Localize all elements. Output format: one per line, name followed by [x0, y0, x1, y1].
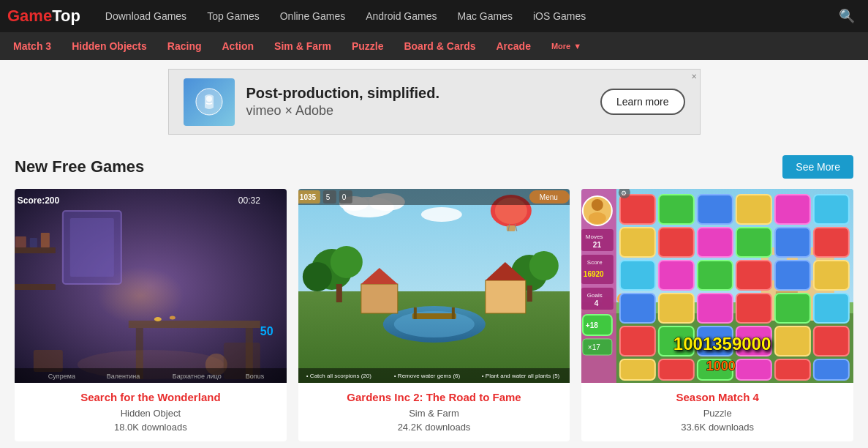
logo-game: Game — [7, 7, 52, 26]
svg-rect-107 — [698, 261, 733, 290]
svg-text:1000: 1000 — [706, 359, 736, 373]
svg-text:Score:200: Score:200 — [18, 195, 60, 206]
svg-point-1 — [206, 96, 212, 102]
svg-rect-30 — [412, 313, 456, 319]
svg-rect-13 — [41, 233, 50, 247]
svg-point-34 — [331, 246, 363, 278]
game-category-1: Hidden Object — [23, 408, 278, 419]
ad-banner: Post-production, simplified. vimeo × Ado… — [168, 69, 701, 135]
game-info-1: Search for the Wonderland Hidden Object … — [15, 383, 287, 441]
game-thumbnail-1: Score:200 00:32 50 Cупрема Валентина Бар… — [15, 189, 287, 383]
search-button[interactable]: 🔍 — [833, 8, 861, 24]
svg-text:1001359000: 1001359000 — [673, 334, 771, 354]
game-title-1: Search for the Wonderland — [23, 390, 278, 405]
svg-text:Moves: Moves — [586, 234, 603, 240]
svg-rect-121 — [775, 326, 810, 356]
games-grid: Score:200 00:32 50 Cупрема Валентина Бар… — [15, 189, 853, 441]
svg-rect-105 — [620, 261, 655, 290]
svg-rect-4 — [15, 247, 56, 253]
section-header: New Free Games See More — [15, 155, 853, 179]
logo-top: Top — [52, 7, 80, 26]
see-more-button[interactable]: See More — [782, 155, 853, 179]
svg-text:×17: ×17 — [588, 343, 600, 351]
svg-rect-95 — [698, 195, 733, 224]
svg-text:Cупрема: Cупрема — [48, 373, 75, 380]
svg-rect-103 — [775, 228, 810, 257]
cat-action[interactable]: Action — [212, 32, 265, 60]
game-title-2: Gardens Inc 2: The Road to Fame — [307, 390, 562, 405]
svg-rect-31 — [414, 307, 417, 319]
nav-top-games[interactable]: Top Games — [197, 0, 270, 32]
svg-rect-5 — [15, 284, 56, 290]
nav-download-games[interactable]: Download Games — [95, 0, 197, 32]
game-card-1[interactable]: Score:200 00:32 50 Cупрема Валентина Бар… — [15, 189, 287, 441]
svg-text:50: 50 — [260, 325, 273, 337]
cat-more[interactable]: More ▼ — [541, 32, 592, 60]
svg-rect-12 — [30, 238, 37, 247]
svg-text:Score: Score — [587, 259, 603, 266]
svg-point-35 — [303, 262, 332, 291]
svg-rect-109 — [775, 261, 810, 290]
svg-text:Menu: Menu — [540, 193, 558, 201]
logo-link[interactable]: Game Top — [7, 7, 80, 26]
svg-rect-101 — [698, 228, 733, 257]
svg-rect-106 — [659, 261, 694, 290]
ad-subtext: vimeo × Adobe — [246, 103, 439, 119]
svg-text:0: 0 — [342, 193, 347, 201]
svg-rect-117 — [620, 326, 655, 356]
cat-puzzle[interactable]: Puzzle — [341, 32, 394, 60]
svg-rect-96 — [736, 195, 771, 224]
nav-ios-games[interactable]: iOS Games — [523, 0, 596, 32]
ad-close[interactable]: ✕ — [691, 72, 697, 81]
svg-text:5: 5 — [326, 193, 331, 201]
ad-thumbnail — [184, 78, 235, 126]
svg-rect-116 — [814, 294, 849, 323]
svg-rect-42 — [486, 280, 526, 313]
category-navigation: Match 3 Hidden Objects Racing Action Sim… — [0, 32, 868, 60]
ad-container: Post-production, simplified. vimeo × Ado… — [0, 60, 868, 143]
svg-text:21: 21 — [593, 241, 602, 249]
game-category-2: Sim & Farm — [307, 408, 562, 419]
game-category-3: Puzzle — [590, 408, 845, 419]
nav-online-games[interactable]: Online Games — [270, 0, 355, 32]
svg-rect-36 — [336, 284, 342, 302]
svg-text:1035: 1035 — [300, 193, 317, 201]
svg-point-9 — [154, 317, 162, 321]
svg-text:• Catch all scorpions (20): • Catch all scorpions (20) — [306, 373, 371, 379]
svg-rect-123 — [620, 359, 655, 380]
game-card-3[interactable]: Moves 21 Score 16920 Goals 4 +18 ×17 — [581, 189, 853, 441]
cat-match3[interactable]: Match 3 — [3, 32, 61, 60]
svg-rect-104 — [814, 228, 849, 257]
cat-board-cards[interactable]: Board & Cards — [393, 32, 486, 60]
cat-racing[interactable]: Racing — [157, 32, 212, 60]
nav-android-games[interactable]: Android Games — [355, 0, 447, 32]
svg-point-79 — [589, 212, 606, 224]
svg-text:Валентина: Валентина — [107, 373, 140, 380]
cat-arcade[interactable]: Arcade — [486, 32, 540, 60]
svg-rect-11 — [15, 236, 26, 247]
cat-sim-farm[interactable]: Sim & Farm — [264, 32, 341, 60]
game-title-3: Season Match 4 — [590, 390, 845, 405]
game-thumbnail-3: Moves 21 Score 16920 Goals 4 +18 ×17 — [581, 189, 853, 383]
svg-text:• Remove water gems (6): • Remove water gems (6) — [394, 373, 461, 379]
svg-rect-128 — [814, 359, 849, 380]
svg-text:Бархатное лицо: Бархатное лицо — [173, 373, 222, 380]
svg-rect-108 — [736, 261, 771, 290]
ad-learn-button[interactable]: Learn more — [600, 89, 685, 115]
svg-text:00:32: 00:32 — [238, 195, 260, 206]
svg-rect-94 — [659, 195, 694, 224]
svg-rect-100 — [659, 228, 694, 257]
ad-headline: Post-production, simplified. — [246, 85, 439, 102]
svg-rect-93 — [620, 195, 655, 224]
top-navigation: Game Top Download Games Top Games Online… — [0, 0, 868, 32]
svg-point-52 — [421, 207, 462, 222]
cat-hidden-objects[interactable]: Hidden Objects — [61, 32, 157, 60]
game-card-2[interactable]: 1035 5 0 Menu • Catch all scorpions (20)… — [298, 189, 570, 441]
svg-text:16920: 16920 — [584, 270, 604, 278]
svg-rect-97 — [775, 195, 810, 224]
svg-rect-111 — [620, 294, 655, 323]
nav-mac-games[interactable]: Mac Games — [447, 0, 522, 32]
svg-rect-3 — [70, 218, 114, 277]
game-thumbnail-2: 1035 5 0 Menu • Catch all scorpions (20)… — [298, 189, 570, 383]
svg-rect-122 — [814, 326, 849, 356]
